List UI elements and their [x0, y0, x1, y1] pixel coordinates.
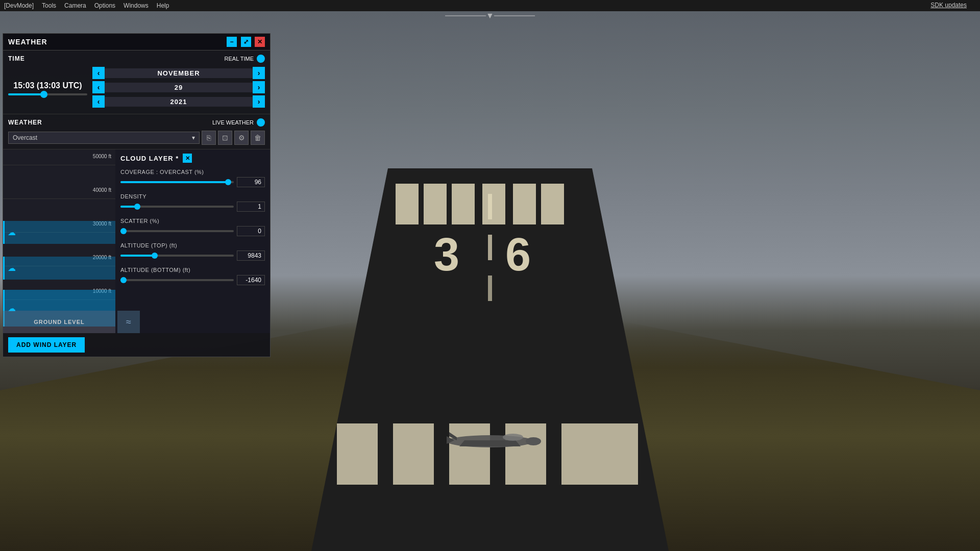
month-next-btn[interactable]: ›: [253, 67, 265, 79]
hud-line-left: [445, 15, 486, 16]
day-next-btn[interactable]: ›: [253, 81, 265, 93]
coverage-row: COVERAGE : OVERCAST (%) 96: [120, 169, 265, 187]
time-slider[interactable]: [8, 90, 87, 95]
altitude-viz: 50000 ft 40000 ft 30000 ft 20000 ft 1000…: [3, 149, 115, 333]
cloud-layer-bar-1[interactable]: ☁: [3, 221, 115, 244]
altitude-bottom-control: -1640: [120, 275, 265, 285]
menu-camera[interactable]: Camera: [64, 2, 86, 9]
preset-copy-btn[interactable]: ⎘: [202, 131, 216, 145]
year-row: ‹ 2021 ›: [92, 95, 265, 108]
menu-windows[interactable]: Windows: [124, 2, 149, 9]
scatter-value[interactable]: 0: [237, 226, 265, 236]
month-value: NOVEMBER: [105, 68, 253, 78]
coverage-label: COVERAGE : OVERCAST (%): [120, 169, 265, 175]
density-label: DENSITY: [120, 193, 265, 199]
preset-delete-btn[interactable]: 🗑: [251, 131, 265, 145]
alt-label-40000: 40000 ft: [93, 187, 111, 193]
weather-section: WEATHER LIVE WEATHER Overcast ▾ ⎘ ⊡ ⚙ 🗑: [3, 114, 270, 149]
coverage-slider[interactable]: [120, 181, 234, 183]
alt-line-50k: [3, 165, 115, 165]
close-button[interactable]: ✕: [255, 37, 265, 47]
density-row: DENSITY 1: [120, 193, 265, 212]
time-section: TIME REAL TIME 15:03 (13:03 UTC) ‹: [3, 51, 270, 114]
alt-label-50000: 50000 ft: [93, 154, 111, 159]
alt-line-40k: [3, 198, 115, 199]
svg-rect-7: [482, 184, 505, 224]
cloud-icon-1: ☁: [8, 228, 16, 237]
scatter-control: 0: [120, 226, 265, 236]
coverage-thumb[interactable]: [225, 179, 231, 185]
svg-rect-5: [424, 184, 447, 224]
altitude-bottom-label: ALTITUDE (BOTTOM) (ft): [120, 267, 265, 273]
cloud-panel-header: CLOUD LAYER * ✕: [120, 154, 265, 163]
panel-title: WEATHER: [8, 38, 47, 46]
scatter-row: SCATTER (%) 0: [120, 218, 265, 236]
scatter-slider[interactable]: [120, 230, 234, 232]
coverage-fill: [120, 181, 228, 183]
altitude-top-control: 9843: [120, 251, 265, 261]
year-prev-btn[interactable]: ‹: [92, 95, 105, 108]
svg-point-22: [526, 437, 541, 445]
time-slider-fill: [8, 93, 44, 95]
altitude-bottom-row: ALTITUDE (BOTTOM) (ft) -1640: [120, 267, 265, 285]
altitude-bottom-thumb[interactable]: [120, 277, 127, 283]
weather-panel: WEATHER − ⤢ ✕ TIME REAL TIME 15:03 (13:0…: [3, 33, 271, 357]
preset-save-btn[interactable]: ⊡: [218, 131, 232, 145]
wind-icon-btn[interactable]: ≈: [117, 311, 140, 333]
cloud-icon-2: ☁: [8, 263, 16, 273]
preset-value: Overcast: [13, 134, 37, 141]
day-prev-btn[interactable]: ‹: [92, 81, 105, 93]
svg-text:3: 3: [434, 229, 459, 280]
hud-line-right: [494, 15, 535, 16]
real-time-toggle-circle[interactable]: [257, 55, 265, 63]
coverage-control: 96: [120, 177, 265, 187]
year-value: 2021: [105, 97, 253, 107]
preset-settings-btn[interactable]: ⚙: [234, 131, 249, 145]
altitude-top-fill: [120, 255, 155, 257]
add-wind-layer-button[interactable]: ADD WIND LAYER: [8, 337, 85, 353]
time-slider-thumb[interactable]: [40, 91, 47, 98]
altitude-top-slider[interactable]: [120, 255, 234, 257]
altitude-bottom-slider[interactable]: [120, 279, 234, 281]
density-value[interactable]: 1: [237, 202, 265, 212]
weather-preset-select[interactable]: Overcast ▾: [8, 132, 200, 144]
weather-label: WEATHER: [8, 119, 42, 126]
menu-devmode[interactable]: [DevMode]: [4, 2, 34, 9]
svg-rect-8: [513, 184, 536, 224]
svg-rect-13: [393, 423, 434, 485]
cloud-panel-close-btn[interactable]: ✕: [183, 154, 192, 163]
live-weather-label: LIVE WEATHER: [212, 119, 254, 126]
svg-marker-19: [459, 440, 521, 446]
altitude-top-thumb[interactable]: [152, 253, 158, 259]
cloud-panel-title: CLOUD LAYER *: [120, 155, 179, 162]
density-slider[interactable]: [120, 206, 234, 208]
menu-options[interactable]: Options: [94, 2, 115, 9]
svg-rect-17: [602, 423, 638, 485]
sdk-updates-link[interactable]: SDK updates: [930, 2, 967, 9]
expand-button[interactable]: ⤢: [241, 37, 251, 47]
svg-rect-6: [452, 184, 475, 224]
scatter-thumb[interactable]: [120, 228, 127, 234]
menu-bar: [DevMode] Tools Camera Options Windows H…: [0, 0, 980, 11]
altitude-top-value[interactable]: 9843: [237, 251, 265, 261]
hud-compass: ▼: [445, 11, 535, 20]
svg-point-23: [503, 434, 523, 441]
minimize-button[interactable]: −: [227, 37, 237, 47]
density-thumb[interactable]: [134, 204, 140, 210]
live-weather-toggle-circle[interactable]: [257, 118, 265, 127]
menu-tools[interactable]: Tools: [42, 2, 56, 9]
month-prev-btn[interactable]: ‹: [92, 67, 105, 79]
year-next-btn[interactable]: ›: [253, 95, 265, 108]
ground-level-bar: GROUND LEVEL: [3, 311, 115, 333]
weather-preset-row: Overcast ▾ ⎘ ⊡ ⚙ 🗑: [8, 131, 265, 145]
cloud-layer-bar-2[interactable]: ☁: [3, 257, 115, 280]
altitude-top-label: ALTITUDE (TOP) (ft): [120, 242, 265, 248]
density-control: 1: [120, 202, 265, 212]
altitude-bottom-value[interactable]: -1640: [237, 275, 265, 285]
time-header: TIME REAL TIME: [8, 55, 265, 63]
menu-help[interactable]: Help: [157, 2, 169, 9]
svg-rect-16: [561, 423, 602, 485]
date-controls: ‹ NOVEMBER › ‹ 29 › ‹ 2021 ›: [92, 67, 265, 110]
coverage-value[interactable]: 96: [237, 177, 265, 187]
real-time-toggle: REAL TIME: [225, 55, 265, 63]
